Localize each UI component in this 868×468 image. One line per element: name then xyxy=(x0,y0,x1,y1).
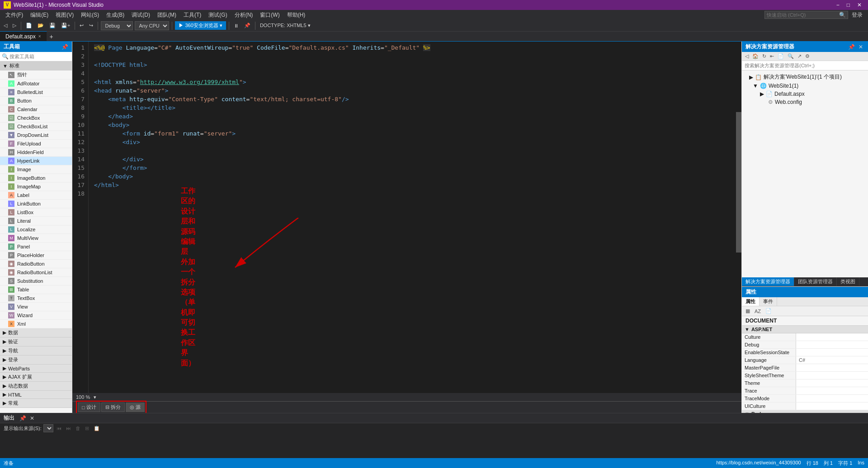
menu-build[interactable]: 生成(B) xyxy=(103,10,128,20)
output-pin-btn[interactable]: 📌 xyxy=(18,415,28,421)
toolbar-undo-btn[interactable]: ↩ xyxy=(78,22,85,29)
debug-mode-select[interactable]: Debug Release xyxy=(101,21,133,30)
tree-web-config[interactable]: ⚙ Web.config xyxy=(742,98,868,106)
toolbar-forward-btn[interactable]: ▷ xyxy=(11,22,18,29)
platform-select[interactable]: Any CPU xyxy=(135,21,169,30)
output-toolbar-btn5[interactable]: 📋 xyxy=(92,425,101,432)
toolbar-new-btn[interactable]: 📄 xyxy=(24,22,34,29)
toolbox-item-label[interactable]: A Label xyxy=(0,191,72,200)
toolbar-redo-btn[interactable]: ↪ xyxy=(87,22,95,29)
toolbox-item-imagemap[interactable]: I ImageMap xyxy=(0,183,72,191)
toolbox-item-textbox[interactable]: T TextBox xyxy=(0,294,72,303)
close-button[interactable]: ✕ xyxy=(854,2,864,8)
prop-toolbar-az-btn[interactable]: AZ xyxy=(753,307,763,315)
se-properties-btn[interactable]: 🏠 xyxy=(751,53,760,60)
properties-tab-events[interactable]: 事件 xyxy=(760,297,777,306)
login-button[interactable]: 登录 xyxy=(848,11,866,19)
toolbar-save-all-btn[interactable]: 💾+ xyxy=(59,22,72,29)
prop-toolbar-page-btn[interactable]: 📄 xyxy=(764,307,774,315)
se-filter-btn[interactable]: 🔍 xyxy=(786,53,795,60)
quick-launch-box[interactable]: 🔍 xyxy=(764,11,848,19)
se-collapse-btn[interactable]: ⇤ xyxy=(769,53,775,60)
tab-close-icon[interactable]: × xyxy=(38,34,41,39)
toolbox-search-area[interactable]: 🔍 xyxy=(0,52,72,61)
toolbox-item-imagebutton[interactable]: I ImageButton xyxy=(0,174,72,183)
toolbox-category-standard[interactable]: ▼ 标准 xyxy=(0,61,72,70)
toolbox-category-ajax[interactable]: ▶ AJAX 扩展 xyxy=(0,373,72,382)
scrollbar-thumb[interactable] xyxy=(736,112,741,253)
se-tab[interactable]: 解决方案资源管理器 xyxy=(742,277,794,286)
toolbox-item-dropdownlist[interactable]: ▼ DropDownList xyxy=(0,131,72,140)
menu-help[interactable]: 帮助(H) xyxy=(283,10,309,20)
toolbox-item-placeholder[interactable]: P PlaceHolder xyxy=(0,251,72,260)
tree-website[interactable]: ▼ 🌐 WebSite1(1) xyxy=(742,82,868,90)
toolbox-item-radiobutton[interactable]: ◉ RadioButton xyxy=(0,260,72,268)
toolbar-save-btn[interactable]: 💾 xyxy=(47,22,57,29)
prop-value-tracemode[interactable] xyxy=(796,395,868,402)
toolbox-item-hyperlink[interactable]: A HyperLink xyxy=(0,157,72,165)
toolbox-item-xml[interactable]: X Xml xyxy=(0,320,72,328)
toolbox-header[interactable]: 工具箱 📌 xyxy=(0,42,72,52)
editor-scrollbar[interactable] xyxy=(736,42,741,393)
toolbox-item-multiview[interactable]: M MultiView xyxy=(0,234,72,243)
solution-search-input[interactable] xyxy=(744,62,866,69)
toolbox-item-fileupload[interactable]: F FileUpload xyxy=(0,140,72,148)
status-url[interactable]: https://blog.csdn.net/weixin_44309300 xyxy=(717,460,801,467)
toolbox-item-bulletedlist[interactable]: ≡ BulletedList xyxy=(0,88,72,97)
se-openeditor-btn[interactable]: ↗ xyxy=(796,53,803,60)
source-view-button[interactable]: ◎ 源 xyxy=(126,402,145,412)
menu-team[interactable]: 团队(M) xyxy=(154,10,180,20)
toolbox-item-table[interactable]: ⊞ Table xyxy=(0,285,72,294)
tree-solution-root[interactable]: ▶ 📋 解决方案'WebSite1(1)'(1 个项目) xyxy=(742,72,868,82)
menu-file[interactable]: 文件(F) xyxy=(2,10,27,20)
toolbox-item-checkboxlist[interactable]: ☑ CheckBoxList xyxy=(0,122,72,131)
toolbox-category-general[interactable]: ▶ 常规 xyxy=(0,399,72,408)
toolbox-item-checkbox[interactable]: ☑ CheckBox xyxy=(0,114,72,122)
toolbox-category-html[interactable]: ▶ HTML xyxy=(0,391,72,399)
tree-default-aspx[interactable]: ▶ 📄 Default.aspx xyxy=(742,90,868,98)
close-panel-button[interactable]: ✕ xyxy=(857,44,864,50)
output-toolbar-btn3[interactable]: 🗑 xyxy=(74,425,82,431)
toolbox-search-input[interactable] xyxy=(9,53,72,60)
output-toolbar-btn1[interactable]: ⏮ xyxy=(55,425,63,431)
toolbar-back-btn[interactable]: ◁ xyxy=(2,22,9,29)
toolbox-item-button[interactable]: B Button xyxy=(0,97,72,105)
output-toolbar-btn2[interactable]: ⏭ xyxy=(65,425,72,431)
toolbar-doc-btn[interactable]: DOCTYPE: XHTML5 ▾ xyxy=(258,22,312,29)
toolbox-item-panel[interactable]: P Panel xyxy=(0,243,72,251)
toolbox-item-listbox[interactable]: L ListBox xyxy=(0,208,72,217)
toolbox-item-localize[interactable]: L Localize xyxy=(0,225,72,234)
toolbar-open-btn[interactable]: 📂 xyxy=(36,22,46,29)
minimize-button[interactable]: − xyxy=(834,2,842,8)
toolbox-item-calendar[interactable]: C Calendar xyxy=(0,105,72,114)
toolbox-item-image[interactable]: I Image xyxy=(0,165,72,174)
team-tab[interactable]: 团队资源管理器 xyxy=(794,277,837,286)
toolbox-category-navigation[interactable]: ▶ 导航 xyxy=(0,346,72,356)
properties-tab-properties[interactable]: 属性 xyxy=(742,297,760,306)
toolbox-category-data[interactable]: ▶ 数据 xyxy=(0,328,72,337)
split-view-button[interactable]: ⊟ 拆分 xyxy=(101,402,125,412)
class-tab[interactable]: 类视图 xyxy=(837,277,859,286)
toolbox-category-webparts[interactable]: ▶ WebParts xyxy=(0,365,72,373)
se-settings-btn[interactable]: ⚙ xyxy=(804,53,811,60)
se-showfiles-btn[interactable]: 📄 xyxy=(776,53,785,60)
prop-toolbar-cat-btn[interactable]: ▦ xyxy=(744,307,752,315)
toolbox-item-wizard[interactable]: W Wizard xyxy=(0,311,72,320)
toolbar-attach-btn[interactable]: 📌 xyxy=(242,22,252,29)
menu-debug[interactable]: 调试(D) xyxy=(128,10,154,20)
editor-content-area[interactable]: 12345 678910 1112131415 161718 <%@ Page … xyxy=(72,42,741,393)
toolbox-item-radiobuttonlist[interactable]: ◉ RadioButtonList xyxy=(0,268,72,277)
toolbox-item-adrotator[interactable]: A AdRotator xyxy=(0,80,72,88)
menu-test[interactable]: 测试(G) xyxy=(205,10,231,20)
menu-view[interactable]: 视图(V) xyxy=(52,10,77,20)
editor-tab-default-aspx[interactable]: Default.aspx × xyxy=(0,31,47,41)
prop-value-theme[interactable] xyxy=(796,379,868,387)
menu-website[interactable]: 网站(S) xyxy=(77,10,103,20)
toolbox-category-validation[interactable]: ▶ 验证 xyxy=(0,337,72,346)
prop-value-stylesheettheme[interactable] xyxy=(796,372,868,379)
menu-analyze[interactable]: 分析(N) xyxy=(231,10,257,20)
prop-cat-aspnet[interactable]: ▼ ASP.NET xyxy=(742,326,868,333)
toolbox-category-login[interactable]: ▶ 登录 xyxy=(0,356,72,365)
new-tab-button[interactable]: + xyxy=(47,32,56,41)
prop-value-enablesessionstate[interactable] xyxy=(796,349,868,356)
